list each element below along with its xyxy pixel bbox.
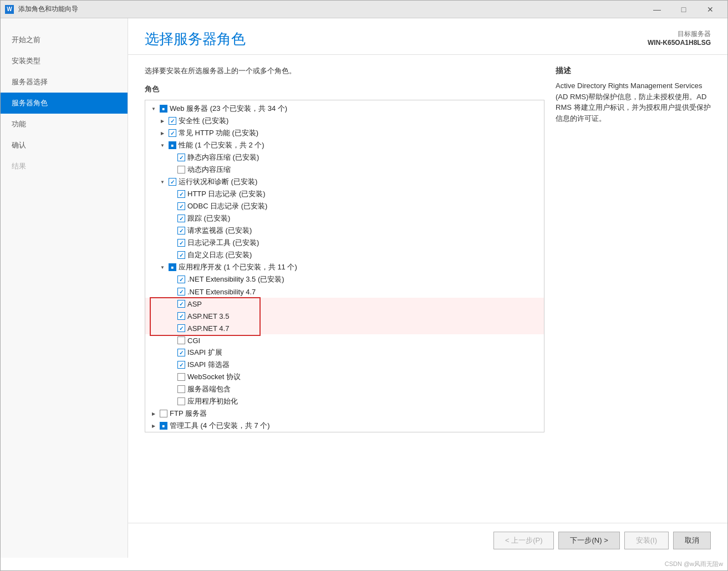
item-label: 动态内容压缩 bbox=[187, 165, 231, 175]
checkbox[interactable] bbox=[169, 263, 176, 271]
checkbox[interactable] bbox=[177, 215, 185, 222]
checkbox[interactable] bbox=[169, 141, 176, 149]
install-button[interactable]: 安装(I) bbox=[624, 532, 669, 549]
checkbox[interactable] bbox=[177, 227, 185, 234]
checkbox[interactable] bbox=[177, 397, 185, 405]
tree-item[interactable]: ▼应用程序开发 (1 个已安装，共 11 个) bbox=[145, 261, 544, 273]
item-label: ISAPI 筛选器 bbox=[187, 360, 230, 370]
description-header: 描述 bbox=[556, 66, 711, 76]
tree-item[interactable]: ▶ODBC 日志记录 (已安装) bbox=[145, 200, 544, 212]
watermark: CSDN @w风雨无阻w bbox=[1, 558, 727, 570]
sidebar-item-features[interactable]: 功能 bbox=[1, 114, 128, 135]
cancel-button[interactable]: 取消 bbox=[673, 532, 711, 549]
maximize-button[interactable]: □ bbox=[671, 1, 696, 18]
sidebar-item-server-select[interactable]: 服务器选择 bbox=[1, 72, 128, 93]
checkbox[interactable] bbox=[177, 361, 185, 369]
checkbox[interactable] bbox=[177, 324, 185, 332]
tree-item[interactable]: ▶服务器端包含 bbox=[145, 383, 544, 395]
tree-item[interactable]: ▶ASP.NET 4.7 bbox=[145, 322, 544, 334]
role-list-container[interactable]: ▼Web 服务器 (23 个已安装，共 34 个)▶安全性 (已安装)▶常见 H… bbox=[145, 100, 544, 432]
sidebar-item-server-roles[interactable]: 服务器角色 bbox=[1, 93, 128, 114]
checkbox[interactable] bbox=[177, 239, 185, 247]
checkbox[interactable] bbox=[177, 166, 185, 174]
checkbox[interactable] bbox=[169, 117, 176, 125]
description-text: Active Directory Rights Management Servi… bbox=[556, 80, 711, 124]
tree-item[interactable]: ▶CGI bbox=[145, 334, 544, 346]
item-label: ISAPI 扩展 bbox=[187, 348, 222, 358]
sidebar-item-confirm[interactable]: 确认 bbox=[1, 135, 128, 156]
expand-arrow[interactable]: ▼ bbox=[159, 263, 166, 271]
tree-item[interactable]: ▶WebSocket 协议 bbox=[145, 371, 544, 383]
checkbox[interactable] bbox=[177, 312, 185, 320]
tree-item[interactable]: ▶管理工具 (4 个已安装，共 7 个) bbox=[145, 420, 544, 432]
tree-item[interactable]: ▶请求监视器 (已安装) bbox=[145, 225, 544, 237]
tree-item[interactable]: ▶跟踪 (已安装) bbox=[145, 212, 544, 225]
sidebar-item-install-type[interactable]: 安装类型 bbox=[1, 50, 128, 72]
tree-item[interactable]: ▶Windows Server 更新服务 bbox=[145, 432, 544, 432]
tree-item[interactable]: ▶静态内容压缩 (已安装) bbox=[145, 151, 544, 164]
checkbox[interactable] bbox=[177, 337, 185, 344]
tree-item[interactable]: ▶自定义日志 (已安装) bbox=[145, 249, 544, 261]
checkbox[interactable] bbox=[160, 105, 167, 113]
item-label: ASP bbox=[187, 300, 202, 308]
item-label: 性能 (1 个已安装，共 2 个) bbox=[179, 140, 264, 150]
tree-item[interactable]: ▶ISAPI 筛选器 bbox=[145, 359, 544, 371]
tree-item[interactable]: ▶.NET Extensibility 3.5 (已安装) bbox=[145, 273, 544, 286]
tree-item[interactable]: ▼性能 (1 个已安装，共 2 个) bbox=[145, 139, 544, 151]
checkbox[interactable] bbox=[169, 178, 176, 186]
tree-item[interactable]: ▶安全性 (已安装) bbox=[145, 115, 544, 127]
tree-item[interactable]: ▶FTP 服务器 bbox=[145, 407, 544, 420]
minimize-button[interactable]: — bbox=[644, 1, 670, 18]
item-label: FTP 服务器 bbox=[170, 409, 207, 419]
app-icon: W bbox=[5, 5, 14, 14]
checkbox[interactable] bbox=[177, 251, 185, 259]
checkbox[interactable] bbox=[177, 385, 185, 393]
checkbox[interactable] bbox=[177, 300, 185, 308]
checkbox[interactable] bbox=[177, 190, 185, 198]
checkbox[interactable] bbox=[177, 276, 185, 283]
expand-arrow[interactable]: ▶ bbox=[159, 117, 166, 125]
item-label: 自定义日志 (已安装) bbox=[187, 250, 252, 260]
target-server-info: 目标服务器 WIN-K65OA1H8LSG bbox=[648, 29, 711, 47]
checkbox[interactable] bbox=[169, 129, 176, 137]
item-label: 管理工具 (4 个已安装，共 7 个) bbox=[170, 421, 270, 431]
main-area: 选择服务器角色 目标服务器 WIN-K65OA1H8LSG 选择要安装在所选服务… bbox=[128, 18, 727, 558]
checkbox[interactable] bbox=[177, 349, 185, 356]
wizard-window: W 添加角色和功能向导 — □ ✕ 开始之前 安装类型 服务器选择 服务器角色 … bbox=[0, 0, 728, 571]
main-header: 选择服务器角色 目标服务器 WIN-K65OA1H8LSG bbox=[128, 18, 727, 55]
prev-button[interactable]: < 上一步(P) bbox=[493, 532, 554, 549]
role-list-wrapper: ▼Web 服务器 (23 个已安装，共 34 个)▶安全性 (已安装)▶常见 H… bbox=[145, 100, 544, 432]
tree-item[interactable]: ▶常见 HTTP 功能 (已安装) bbox=[145, 127, 544, 139]
checkbox[interactable] bbox=[177, 154, 185, 161]
expand-arrow[interactable]: ▼ bbox=[159, 178, 166, 186]
title-bar-text: 添加角色和功能向导 bbox=[18, 4, 644, 14]
tree-item[interactable]: ▶日志记录工具 (已安装) bbox=[145, 237, 544, 249]
expand-arrow[interactable]: ▶ bbox=[150, 410, 157, 417]
tree-item[interactable]: ▶ASP.NET 3.5 bbox=[145, 310, 544, 322]
checkbox[interactable] bbox=[160, 422, 167, 430]
tree-item[interactable]: ▶ISAPI 扩展 bbox=[145, 346, 544, 359]
expand-arrow[interactable]: ▶ bbox=[150, 422, 157, 430]
item-label: HTTP 日志记录 (已安装) bbox=[187, 189, 266, 199]
expand-arrow[interactable]: ▼ bbox=[159, 141, 166, 149]
tree-item[interactable]: ▼运行状况和诊断 (已安装) bbox=[145, 176, 544, 188]
item-label: 跟踪 (已安装) bbox=[187, 213, 230, 223]
tree-item[interactable]: ▶HTTP 日志记录 (已安装) bbox=[145, 188, 544, 200]
checkbox[interactable] bbox=[177, 202, 185, 210]
expand-arrow[interactable]: ▼ bbox=[150, 105, 157, 113]
tree-item[interactable]: ▶动态内容压缩 bbox=[145, 164, 544, 176]
role-list: ▼Web 服务器 (23 个已安装，共 34 个)▶安全性 (已安装)▶常见 H… bbox=[145, 100, 544, 432]
checkbox[interactable] bbox=[160, 410, 167, 417]
item-label: 应用程序开发 (1 个已安装，共 11 个) bbox=[179, 262, 297, 272]
tree-item[interactable]: ▼Web 服务器 (23 个已安装，共 34 个) bbox=[145, 103, 544, 115]
tree-item[interactable]: ▶.NET Extensibility 4.7 bbox=[145, 286, 544, 298]
sidebar-item-start[interactable]: 开始之前 bbox=[1, 29, 128, 50]
next-button[interactable]: 下一步(N) > bbox=[558, 532, 619, 549]
checkbox[interactable] bbox=[177, 373, 185, 381]
expand-arrow[interactable]: ▶ bbox=[159, 129, 166, 137]
tree-item[interactable]: ▶ASP bbox=[145, 298, 544, 310]
page-title: 选择服务器角色 bbox=[145, 29, 246, 49]
close-button[interactable]: ✕ bbox=[698, 1, 723, 18]
checkbox[interactable] bbox=[177, 288, 185, 295]
tree-item[interactable]: ▶应用程序初始化 bbox=[145, 395, 544, 407]
